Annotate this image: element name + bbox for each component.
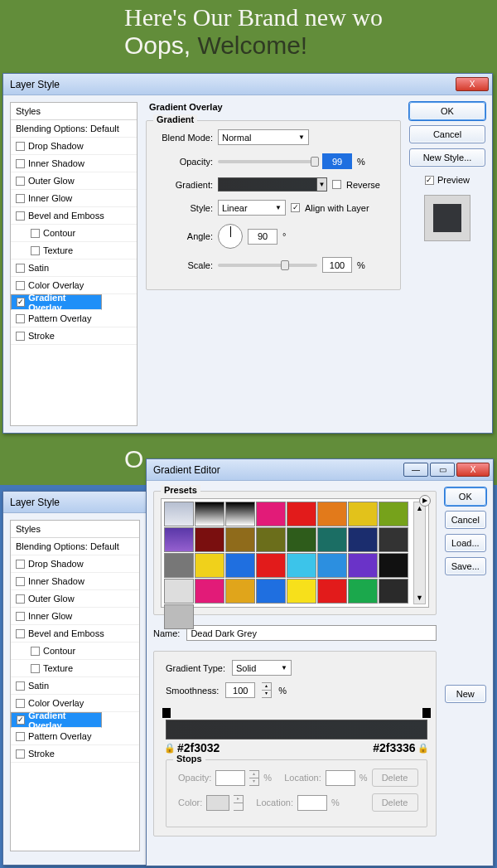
- style-checkbox[interactable]: [31, 246, 40, 255]
- color-stop-left[interactable]: 🔒#2f3032: [164, 741, 220, 754]
- style-checkbox[interactable]: [16, 577, 25, 586]
- style-checkbox[interactable]: [16, 749, 25, 759]
- gradient-bar[interactable]: 🔒#2f3032 #2f3336🔒: [166, 705, 427, 758]
- preset-swatch[interactable]: [225, 502, 255, 526]
- window-titlebar[interactable]: Layer Style: [3, 492, 147, 513]
- preset-swatch[interactable]: [348, 579, 378, 604]
- style-item-inner-glow[interactable]: Inner Glow: [11, 608, 139, 625]
- styles-header[interactable]: Styles: [11, 521, 139, 538]
- color-stop-right[interactable]: #2f3336🔒: [373, 741, 428, 754]
- preset-swatch[interactable]: [348, 553, 378, 578]
- close-icon[interactable]: X: [456, 77, 489, 91]
- style-item-bevel-and-emboss[interactable]: Bevel and Emboss: [11, 207, 137, 225]
- style-item-stroke[interactable]: Stroke: [11, 745, 139, 763]
- preset-swatch[interactable]: [287, 502, 316, 526]
- style-checkbox[interactable]: [16, 159, 25, 168]
- style-item-inner-shadow[interactable]: Inner Shadow: [11, 573, 139, 590]
- preset-swatch[interactable]: [379, 502, 408, 526]
- preset-swatch[interactable]: [195, 579, 224, 604]
- maximize-icon[interactable]: ▭: [430, 463, 455, 477]
- preset-swatch[interactable]: [348, 502, 378, 526]
- preset-swatch[interactable]: [164, 604, 194, 629]
- opacity-slider[interactable]: [218, 160, 317, 163]
- reverse-checkbox[interactable]: [332, 180, 341, 189]
- style-checkbox[interactable]: [16, 264, 25, 273]
- style-checkbox[interactable]: [16, 594, 25, 604]
- scale-input[interactable]: [322, 257, 352, 273]
- style-checkbox[interactable]: [31, 229, 40, 238]
- blending-options[interactable]: Blending Options: Default: [11, 120, 137, 138]
- opacity-stop-left[interactable]: [162, 708, 171, 718]
- angle-input[interactable]: [248, 229, 277, 245]
- gradient-picker[interactable]: ▼: [218, 177, 327, 192]
- style-item-bevel-and-emboss[interactable]: Bevel and Emboss: [11, 625, 139, 643]
- style-checkbox[interactable]: [16, 612, 25, 621]
- align-checkbox[interactable]: ✓: [291, 203, 300, 212]
- style-item-contour[interactable]: Contour: [11, 643, 139, 660]
- style-item-stroke[interactable]: Stroke: [11, 327, 137, 345]
- style-checkbox[interactable]: [16, 732, 25, 741]
- preset-swatch[interactable]: [164, 502, 194, 526]
- style-item-satin[interactable]: Satin: [11, 677, 139, 695]
- preset-swatch[interactable]: [256, 553, 286, 578]
- style-item-gradient-overlay[interactable]: ✓Gradient Overlay: [11, 294, 102, 310]
- blend-mode-select[interactable]: Normal▼: [218, 129, 309, 145]
- style-checkbox[interactable]: [16, 314, 25, 323]
- styles-header[interactable]: Styles: [11, 103, 137, 120]
- preset-swatch[interactable]: [195, 527, 224, 552]
- window-titlebar[interactable]: Layer Style X: [3, 74, 492, 95]
- preset-swatch[interactable]: [317, 527, 347, 552]
- style-item-texture[interactable]: Texture: [11, 242, 137, 259]
- smoothness-stepper[interactable]: ▴▾: [262, 682, 272, 698]
- preset-swatch[interactable]: [379, 579, 408, 604]
- opacity-stop-right[interactable]: [422, 708, 431, 718]
- style-item-drop-shadow[interactable]: Drop Shadow: [11, 138, 137, 155]
- ok-button[interactable]: OK: [445, 487, 486, 506]
- preview-checkbox[interactable]: ✓: [425, 176, 434, 185]
- style-checkbox[interactable]: [16, 332, 25, 341]
- preset-swatch[interactable]: [379, 553, 408, 578]
- minimize-icon[interactable]: —: [403, 463, 428, 477]
- style-item-gradient-overlay[interactable]: ✓Gradient Overlay: [11, 712, 102, 728]
- preset-swatch[interactable]: [195, 553, 224, 578]
- style-item-texture[interactable]: Texture: [11, 660, 139, 677]
- smoothness-input[interactable]: [225, 682, 255, 698]
- cancel-button[interactable]: Cancel: [445, 511, 486, 529]
- style-checkbox[interactable]: [16, 281, 25, 290]
- style-checkbox[interactable]: ✓: [17, 715, 25, 725]
- style-item-pattern-overlay[interactable]: Pattern Overlay: [11, 310, 137, 327]
- preset-swatch[interactable]: [225, 527, 255, 552]
- style-item-inner-glow[interactable]: Inner Glow: [11, 190, 137, 207]
- new-style-button[interactable]: New Style...: [409, 148, 485, 167]
- blending-options[interactable]: Blending Options: Default: [11, 538, 139, 555]
- preset-swatch[interactable]: [348, 527, 378, 552]
- gradient-type-select[interactable]: Solid▼: [232, 660, 292, 676]
- style-checkbox[interactable]: [16, 629, 25, 638]
- ok-button[interactable]: OK: [409, 102, 485, 120]
- preset-swatch[interactable]: [164, 553, 194, 578]
- style-item-contour[interactable]: Contour: [11, 225, 137, 242]
- preset-swatch[interactable]: [256, 527, 286, 552]
- presets-menu-icon[interactable]: ▶: [419, 495, 431, 507]
- cancel-button[interactable]: Cancel: [409, 125, 485, 143]
- scale-slider[interactable]: [218, 264, 317, 267]
- preset-swatch[interactable]: [317, 553, 347, 578]
- style-checkbox[interactable]: [16, 142, 25, 151]
- preset-swatch[interactable]: [256, 502, 286, 526]
- preset-swatch[interactable]: [287, 527, 316, 552]
- style-checkbox[interactable]: [16, 211, 25, 221]
- preset-swatch[interactable]: [164, 579, 194, 604]
- preset-swatch[interactable]: [317, 502, 347, 526]
- style-checkbox[interactable]: [16, 699, 25, 708]
- style-select[interactable]: Linear▼: [218, 200, 286, 216]
- preset-swatch[interactable]: [164, 527, 194, 552]
- style-item-pattern-overlay[interactable]: Pattern Overlay: [11, 728, 139, 745]
- style-checkbox[interactable]: [16, 681, 25, 691]
- style-checkbox[interactable]: [31, 664, 40, 673]
- style-checkbox[interactable]: [16, 560, 25, 569]
- preset-swatch[interactable]: [195, 502, 224, 526]
- style-checkbox[interactable]: [31, 647, 40, 656]
- style-checkbox[interactable]: ✓: [17, 298, 25, 307]
- style-item-inner-shadow[interactable]: Inner Shadow: [11, 155, 137, 172]
- preset-swatch[interactable]: [256, 579, 286, 604]
